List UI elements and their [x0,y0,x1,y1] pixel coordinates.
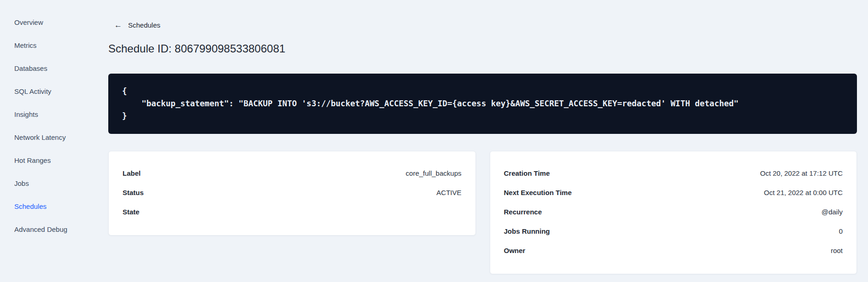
label-key: Label [123,169,141,177]
creation-time-value: Oct 20, 2022 at 17:12 UTC [760,169,843,177]
table-row: Next Execution Time Oct 21, 2022 at 0:00… [504,183,843,202]
status-value: ACTIVE [436,189,461,196]
table-row: State [123,202,462,221]
back-arrow-icon: ← [114,21,122,29]
schedule-detail-page: ← Schedules Schedule ID: 806799098533806… [108,0,857,274]
table-row: Creation Time Oct 20, 2022 at 17:12 UTC [504,163,843,183]
page-title: Schedule ID: 806799098533806081 [108,41,857,56]
sidebar-item-metrics[interactable]: Metrics [0,34,90,57]
schedule-info-card: Label core_full_backups Status ACTIVE St… [108,151,476,236]
code-line-open-brace: { [122,85,843,98]
owner-value: root [831,247,843,254]
schedule-details-card: Creation Time Oct 20, 2022 at 17:12 UTC … [490,151,857,274]
recurrence-key: Recurrence [504,208,542,216]
jobs-running-key: Jobs Running [504,227,550,235]
code-line-backup-statement: "backup_statement": "BACKUP INTO 's3://b… [122,98,843,110]
table-row: Status ACTIVE [123,183,462,202]
sidebar-item-schedules[interactable]: Schedules [0,195,90,218]
table-row: Jobs Running 0 [504,221,843,241]
table-row: Recurrence @daily [504,202,843,221]
creation-time-key: Creation Time [504,169,550,177]
code-line-close-brace: } [122,110,843,122]
table-row: Label core_full_backups [123,163,462,183]
table-row: Owner root [504,241,843,260]
sidebar-item-jobs[interactable]: Jobs [0,172,90,195]
sidebar-item-insights[interactable]: Insights [0,103,90,126]
state-key: State [123,208,140,216]
label-value: core_full_backups [406,169,462,177]
sidebar-item-overview[interactable]: Overview [0,11,90,34]
recurrence-value: @daily [821,208,843,216]
owner-key: Owner [504,247,526,254]
summary-cards: Label core_full_backups Status ACTIVE St… [108,151,857,274]
back-to-schedules-link[interactable]: ← Schedules [108,0,160,29]
sidebar-item-advanced-debug[interactable]: Advanced Debug [0,218,90,241]
status-key: Status [123,189,144,196]
next-execution-time-key: Next Execution Time [504,189,572,196]
sidebar-item-sql-activity[interactable]: SQL Activity [0,80,90,103]
sidebar-item-network-latency[interactable]: Network Latency [0,126,90,149]
next-execution-time-value: Oct 21, 2022 at 0:00 UTC [764,189,843,196]
back-link-label: Schedules [128,21,160,29]
schedule-definition-code: { "backup_statement": "BACKUP INTO 's3:/… [108,74,857,134]
sidebar-item-hot-ranges[interactable]: Hot Ranges [0,149,90,172]
jobs-running-value: 0 [839,227,843,235]
sidebar-item-databases[interactable]: Databases [0,57,90,80]
sidebar: Overview Metrics Databases SQL Activity … [0,0,90,282]
